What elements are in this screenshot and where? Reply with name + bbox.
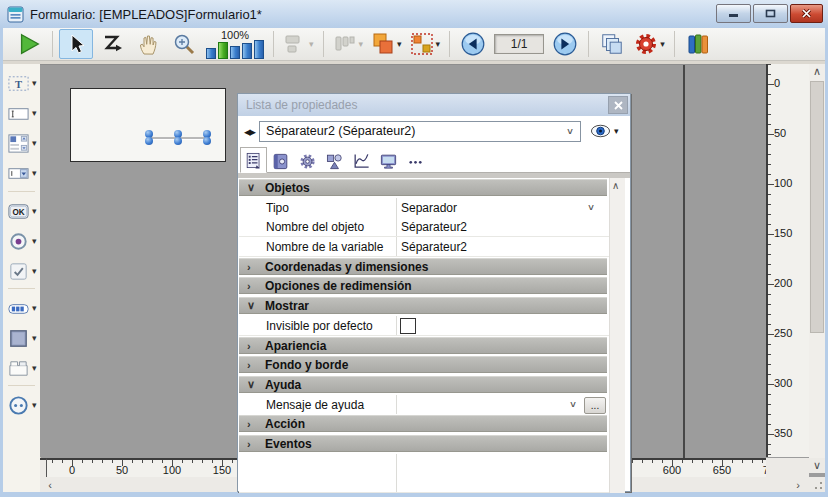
section-apariencia[interactable]: ›Apariencia: [239, 336, 609, 356]
edit-field-tool[interactable]: ▾: [5, 100, 39, 126]
element-prev-next-buttons[interactable]: ◂▸: [244, 124, 255, 139]
combo-box-tool[interactable]: ▾: [5, 160, 39, 186]
selection-handle-left[interactable]: [145, 130, 153, 145]
ruler-label: 600: [663, 464, 681, 476]
windows-button[interactable]: [595, 29, 629, 59]
tab-general[interactable]: [240, 147, 267, 173]
resize-grip-icon[interactable]: [808, 477, 825, 492]
svg-text:T: T: [15, 78, 22, 89]
minimize-button[interactable]: [716, 4, 751, 23]
section-header-bar[interactable]: ›Acción: [239, 415, 607, 432]
title-bar[interactable]: Formulario: [EMPLEADOS]Formulario1*: [0, 0, 828, 28]
section-header-bar[interactable]: ›Eventos: [239, 435, 607, 452]
dropdown-arrow-icon: ▾: [32, 363, 37, 373]
section-fondo-y-borde[interactable]: ›Fondo y borde: [239, 355, 609, 375]
properties-scrollbar[interactable]: ∧: [609, 178, 625, 493]
distribute-button[interactable]: ▾: [330, 29, 367, 59]
section-label: Acción: [265, 417, 305, 431]
property-value[interactable]: Separador: [401, 201, 457, 215]
section-header-bar[interactable]: ∨Mostrar: [239, 297, 607, 314]
column-divider: [396, 198, 397, 217]
ruler-tick: [768, 304, 771, 305]
invisible-checkbox[interactable]: [400, 318, 416, 334]
nav-left-icon: [461, 32, 485, 56]
tab-details[interactable]: [267, 149, 294, 174]
tab-advanced[interactable]: [294, 149, 321, 174]
section-header-bar[interactable]: ›Coordenadas y dimensiones: [239, 258, 607, 275]
options-button[interactable]: ▾: [631, 29, 668, 59]
properties-panel-titlebar[interactable]: Lista de propiedades: [238, 94, 630, 116]
tab-order-button[interactable]: [95, 29, 129, 59]
section-header-bar[interactable]: ∨Ayuda: [239, 376, 607, 393]
separator-tool[interactable]: ▾: [5, 392, 39, 418]
close-button[interactable]: [790, 4, 823, 23]
tab-order-icon: [100, 32, 124, 56]
ruler-label: 300: [774, 377, 792, 389]
tab-display[interactable]: [375, 149, 402, 174]
section-header-bar[interactable]: ›Fondo y borde: [239, 356, 607, 373]
element-selector[interactable]: Séparateur2 (Séparateur2) ∨: [259, 121, 581, 142]
page-indicator-field[interactable]: 1/1: [494, 34, 544, 54]
zoom-tool-button[interactable]: [167, 29, 201, 59]
panel-tool[interactable]: ▾: [5, 325, 39, 351]
previous-page-button[interactable]: [456, 29, 490, 59]
ellipsis-button[interactable]: ...: [584, 397, 606, 414]
scroll-right-icon[interactable]: ›: [790, 478, 806, 491]
element-selector-value: Séparateur2 (Séparateur2): [266, 124, 566, 138]
section-opciones-de-redimension[interactable]: ›Opciones de redimensión: [239, 276, 609, 296]
static-text-tool[interactable]: T▾: [5, 70, 39, 96]
ruler-tick: [142, 460, 143, 463]
catalog-button[interactable]: [681, 29, 715, 59]
section-accion[interactable]: ›Acción: [239, 414, 609, 434]
order-button[interactable]: ▾: [368, 29, 405, 59]
column-divider: [396, 395, 397, 414]
zoom-level-widget[interactable]: 100%: [206, 30, 264, 59]
scroll-up-icon[interactable]: ∧: [809, 64, 825, 79]
checkbox-tool[interactable]: ▾: [5, 258, 39, 284]
section-label: Objetos: [265, 181, 310, 195]
pan-tool-button[interactable]: [131, 29, 165, 59]
selection-options-button[interactable]: ▾: [407, 29, 444, 59]
ruler-label: 50: [774, 127, 786, 139]
section-mostrar[interactable]: ∨Mostrar: [239, 296, 609, 316]
section-ayuda[interactable]: ∨Ayuda: [239, 375, 609, 395]
section-label: Coordenadas y dimensiones: [265, 260, 428, 274]
select-tool-button[interactable]: [59, 29, 93, 59]
tab-more[interactable]: [402, 149, 429, 174]
maximize-button[interactable]: [753, 4, 788, 23]
scroll-up-icon[interactable]: ∧: [612, 180, 619, 191]
toolbar: 100%▾▾▾▾1/1▾: [3, 28, 825, 61]
vertical-scrollbar-thumb[interactable]: [810, 81, 824, 333]
panel-close-button[interactable]: [608, 96, 628, 114]
tab-style[interactable]: [321, 149, 348, 174]
form-design-area[interactable]: [70, 88, 226, 162]
chevron-down-icon[interactable]: ∨: [569, 399, 577, 409]
next-page-button[interactable]: [548, 29, 582, 59]
section-coordenadas-y-dimensiones[interactable]: ›Coordenadas y dimensiones: [239, 257, 609, 277]
eye-dropdown-icon[interactable]: ▾: [614, 126, 619, 136]
section-objetos[interactable]: ∨Objetos: [239, 178, 609, 198]
radio-button-tool[interactable]: ▾: [5, 228, 39, 254]
ruler-tick: [52, 460, 53, 463]
list-box-tool[interactable]: ▾: [5, 130, 39, 156]
section-header-bar[interactable]: ›Apariencia: [239, 337, 607, 354]
scroll-down-icon[interactable]: ∨: [809, 458, 825, 473]
align-button[interactable]: ▾: [280, 29, 317, 59]
run-test-button[interactable]: [12, 29, 46, 59]
chevron-down-icon[interactable]: ∨: [587, 202, 595, 212]
hand-icon: [136, 32, 160, 56]
section-eventos[interactable]: ›Eventos: [239, 434, 609, 454]
tab-chart[interactable]: [348, 149, 375, 174]
selection-handle-right[interactable]: [203, 130, 211, 145]
section-header-bar[interactable]: ›Opciones de redimensión: [239, 277, 607, 294]
ruler-tick: [768, 414, 771, 415]
selection-handle-middle[interactable]: [174, 130, 182, 145]
combo-box-icon: [7, 162, 30, 185]
button-tool[interactable]: OK▾: [5, 198, 39, 224]
tab-control-tool[interactable]: ▾: [5, 355, 39, 381]
progress-bar-tool[interactable]: ▾: [5, 295, 39, 321]
eye-icon[interactable]: [590, 124, 611, 138]
scroll-left-icon[interactable]: ‹: [42, 478, 58, 491]
section-header-bar[interactable]: ∨Objetos: [239, 179, 607, 196]
socket-icon: [7, 394, 30, 417]
